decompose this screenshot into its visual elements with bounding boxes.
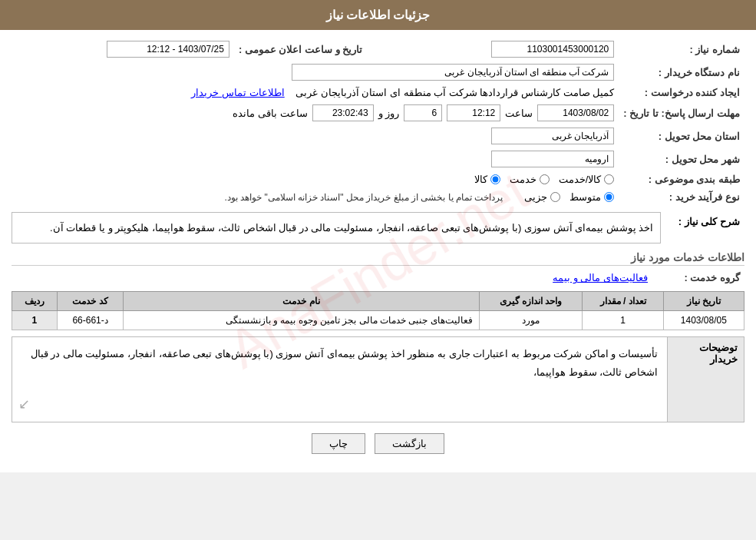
input-shahr-tahvil[interactable] <box>491 151 614 167</box>
radio-kala[interactable]: کالا <box>474 174 500 185</box>
cell-nam: فعالیت‌های جنبی خدمات مالی بجز تامین وجو… <box>124 311 479 330</box>
label-saat: ساعت <box>505 108 533 119</box>
label-sharh-kolli: شرح کلی نیاز : <box>660 213 744 243</box>
col-vahad: واحد اندازه گیری <box>479 292 583 311</box>
label-khadamat: خدمت <box>510 174 536 185</box>
services-table: تاریخ نیاز تعداد / مقدار واحد اندازه گیر… <box>12 291 744 330</box>
label-saat-baqi: ساعت باقی مانده <box>233 108 307 119</box>
label-ijad-konande: ایجاد کننده درخواست : <box>619 84 744 101</box>
link-ettelaat-tamas[interactable]: اطلاعات تماس خریدار <box>191 87 284 98</box>
ijad-konande-text: کمیل صامت کارشناس قراردادها شرکت آب منطق… <box>295 87 614 98</box>
radio-jozi[interactable]: جزیی <box>524 191 560 203</box>
table-row: 1403/08/05 1 مورد فعالیت‌های جنبی خدمات … <box>12 311 744 330</box>
label-mohlat-ersal: مهلت ارسال پاسخ: تا تاریخ : <box>619 101 744 124</box>
label-shomare-niaz: شماره نیاز : <box>619 38 744 61</box>
col-tarikh: تاریخ نیاز <box>663 292 744 311</box>
col-nam-khadamat: نام خدمت <box>124 292 479 311</box>
col-kod-khadamat: کد خدمت <box>57 292 124 311</box>
link-grohe-khadamat[interactable]: فعالیت‌های مالی و بیمه <box>553 272 648 283</box>
col-radif: ردیف <box>12 292 58 311</box>
label-ostan-tahvil: استان محل تحویل : <box>619 124 744 147</box>
label-nam-dastgah: نام دستگاه خریدار : <box>619 61 744 84</box>
farayand-note: پرداخت تمام یا بخشی از مبلغ خریداز محل "… <box>224 192 503 203</box>
label-shahr-tahvil: شهر محل تحویل : <box>619 147 744 171</box>
input-nam-dastgah[interactable] <box>292 64 614 81</box>
radio-motavasset[interactable]: متوسط <box>569 191 614 203</box>
input-ostan-tahvil[interactable] <box>491 128 614 144</box>
label-grohe-khadamat: گروه خدمت : <box>652 269 744 287</box>
input-mohlat-roz[interactable] <box>404 104 442 121</box>
input-tarikh-elan[interactable] <box>107 41 229 58</box>
label-tawsif-kharidar: توضیحات خریدار <box>668 337 744 422</box>
cell-tarikh: 1403/08/05 <box>663 311 744 330</box>
page-title: جزئیات اطلاعات نیاز <box>0 0 756 30</box>
label-kala-khadamat: کالا/خدمت <box>559 174 602 185</box>
radio-khadamat[interactable]: خدمت <box>510 174 550 185</box>
label-jozi: جزیی <box>524 191 547 203</box>
buttons-row: بازگشت چاپ <box>12 433 744 454</box>
input-mohlat-saat[interactable] <box>447 104 500 121</box>
cell-tedad: 1 <box>583 311 663 330</box>
section-title-khadamat: اطلاعات خدمات مورد نیاز <box>12 251 744 266</box>
col-tedad: تعداد / مقدار <box>583 292 663 311</box>
label-tabaqe: طبقه بندی موضوعی : <box>619 171 744 188</box>
input-mohlat-date[interactable] <box>537 104 614 121</box>
label-kala: کالا <box>474 174 487 185</box>
bazgasht-button[interactable]: بازگشت <box>375 433 444 454</box>
label-noe-farayand: نوع فرآیند خرید : <box>619 188 744 206</box>
label-tarikh-elan: تاریخ و ساعت اعلان عمومی : <box>234 38 367 61</box>
tawsif-kharidar-text: تأسیسات و اماکن شرکت مربوط به اعتبارات ج… <box>12 337 668 422</box>
label-motavasset: متوسط <box>569 191 601 203</box>
radio-kala-khadamat[interactable]: کالا/خدمت <box>559 174 615 185</box>
cell-radif: 1 <box>12 311 58 330</box>
cell-kod: د-661-66 <box>57 311 124 330</box>
chap-button[interactable]: چاپ <box>312 433 365 454</box>
sharh-kolli-text: اخذ پوشش بیمه‌ای آتش سوزی (با پوشش‌های ت… <box>12 213 661 243</box>
input-mohlat-baqi[interactable] <box>312 104 374 121</box>
label-roz-va: روز و <box>378 108 400 119</box>
cell-vahad: مورد <box>479 311 583 330</box>
input-shomare-niaz[interactable] <box>491 41 614 58</box>
